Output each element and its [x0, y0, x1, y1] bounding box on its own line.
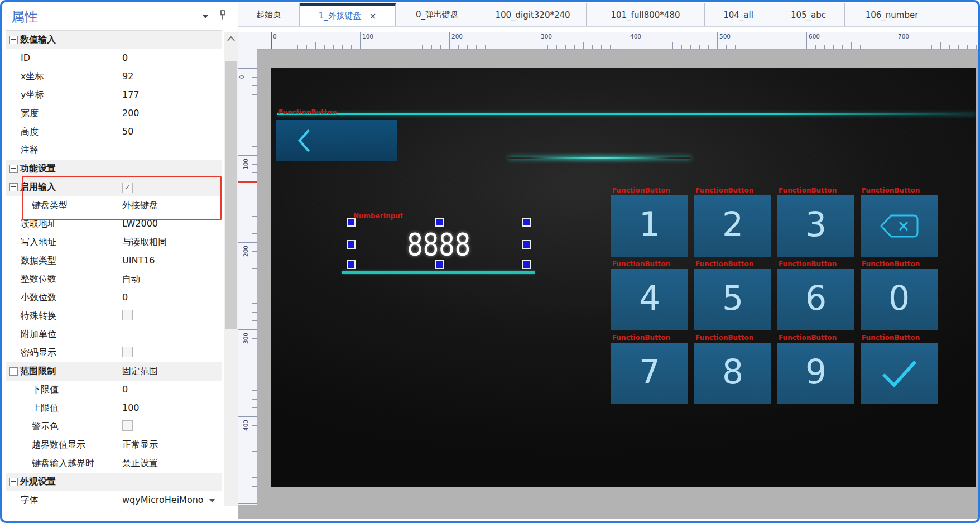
property-value[interactable]: 固定范围 — [122, 366, 158, 377]
keypad-button-0[interactable]: FunctionButton0 — [861, 269, 938, 330]
selection-handle[interactable] — [522, 218, 531, 227]
property-value[interactable] — [122, 421, 133, 433]
keypad-button-2[interactable]: FunctionButton2 — [694, 195, 771, 257]
keypad-button-check-icon[interactable]: FunctionButton — [861, 343, 938, 404]
property-value[interactable]: 自动 — [122, 274, 140, 285]
property-row-24[interactable]: 外观设置 — [6, 473, 222, 492]
back-button[interactable] — [276, 120, 397, 161]
checkbox-unchecked[interactable] — [122, 420, 133, 431]
tab-100_digit320*240[interactable]: 100_digit320*240 — [479, 3, 587, 26]
checkbox-unchecked[interactable] — [122, 310, 133, 320]
property-value[interactable]: 100 — [122, 402, 140, 413]
ruler-tick — [238, 329, 257, 330]
ruler-tick — [252, 407, 257, 408]
checkbox-unchecked[interactable] — [122, 347, 133, 357]
property-row-6[interactable]: 注释 — [6, 141, 222, 160]
property-row-17[interactable]: 密码显示 — [6, 344, 222, 363]
property-label: 外观设置 — [20, 476, 56, 488]
keypad-button-1[interactable]: FunctionButton1 — [611, 195, 688, 257]
keypad-button-9[interactable]: FunctionButton9 — [777, 343, 854, 404]
property-row-12[interactable]: 数据类型UINT16 — [6, 252, 222, 271]
properties-scrollbar[interactable] — [224, 32, 238, 506]
keypad-button-5[interactable]: FunctionButton5 — [694, 269, 771, 330]
property-value[interactable]: ✓ — [122, 181, 133, 193]
tab-101_full800*480[interactable]: 101_full800*480 — [587, 3, 705, 26]
property-row-20[interactable]: 上限值100 — [6, 399, 222, 418]
scrollbar-thumb[interactable] — [225, 61, 237, 329]
property-row-5[interactable]: 高度50 — [6, 123, 222, 142]
property-row-19[interactable]: 下限值0 — [6, 381, 222, 400]
property-value[interactable]: 177 — [122, 89, 140, 100]
collapse-icon[interactable] — [9, 183, 18, 191]
tab-106_number[interactable]: 106_number — [845, 3, 939, 26]
tab-0_弹出键盘[interactable]: 0_弹出键盘 — [396, 3, 479, 26]
property-row-8[interactable]: 启用输入✓ — [6, 178, 222, 197]
property-row-4[interactable]: 宽度200 — [6, 104, 222, 123]
property-row-0[interactable]: 数值输入 — [6, 31, 222, 50]
dropdown-arrow-icon[interactable] — [209, 499, 215, 502]
cursor-marker — [238, 181, 257, 183]
property-row-13[interactable]: 整数位数自动 — [6, 270, 222, 289]
property-value[interactable]: 0 — [122, 292, 128, 303]
property-value[interactable]: 禁止设置 — [122, 458, 158, 469]
property-value[interactable] — [122, 347, 133, 359]
checkbox-checked[interactable]: ✓ — [122, 183, 133, 193]
ruler-tick — [289, 45, 289, 49]
scroll-up-arrow-icon[interactable] — [224, 32, 238, 45]
property-row-9[interactable]: 键盘类型外接键盘 — [6, 196, 222, 215]
design-canvas[interactable]: FunctionButton NumberInput 8888 — [271, 68, 976, 487]
property-value[interactable]: 外接键盘 — [122, 200, 158, 212]
property-label: 启用输入 — [20, 181, 56, 193]
property-value[interactable]: UINT16 — [122, 255, 155, 266]
property-row-16[interactable]: 附加单位 — [6, 325, 222, 344]
property-row-14[interactable]: 小数位数0 — [6, 289, 222, 308]
ruler-tick — [252, 146, 257, 147]
property-row-10[interactable]: 读取地址LW2000 — [6, 215, 222, 234]
property-value[interactable]: 200 — [122, 108, 140, 118]
property-row-3[interactable]: y坐标177 — [6, 86, 222, 105]
property-row-21[interactable]: 警示色 — [6, 418, 222, 436]
panel-menu-caret-icon[interactable] — [202, 15, 209, 18]
tab-起始页[interactable]: 起始页 — [238, 3, 300, 26]
selection-handle[interactable] — [435, 218, 444, 227]
property-row-18[interactable]: 范围限制固定范围 — [6, 362, 222, 381]
keypad-button-7[interactable]: FunctionButton7 — [611, 343, 688, 404]
property-value[interactable]: 0 — [122, 52, 128, 63]
property-row-11[interactable]: 写入地址与读取相同 — [6, 233, 222, 252]
ruler-tick — [405, 42, 405, 49]
collapse-icon[interactable] — [9, 367, 18, 376]
property-value[interactable]: 0 — [122, 384, 128, 395]
property-value[interactable]: 与读取相同 — [122, 237, 167, 248]
property-value[interactable]: 92 — [122, 71, 133, 81]
tab-105_abc[interactable]: 105_abc — [772, 3, 845, 26]
keypad-button-backspace-icon[interactable]: FunctionButton — [861, 195, 938, 257]
keypad-button-8[interactable]: FunctionButton8 — [694, 343, 771, 404]
property-value[interactable]: 正常显示 — [122, 439, 158, 451]
keypad-button-3[interactable]: FunctionButton3 — [777, 195, 854, 257]
keypad-button-6[interactable]: FunctionButton6 — [777, 269, 854, 330]
property-row-25[interactable]: 字体wqyMicroHeiMono — [6, 491, 222, 510]
property-value[interactable]: LW2000 — [122, 218, 158, 229]
keypad-button-4[interactable]: FunctionButton4 — [611, 269, 688, 330]
property-row-2[interactable]: x坐标92 — [6, 68, 222, 87]
ruler-tick — [252, 94, 257, 95]
collapse-icon[interactable] — [9, 478, 18, 486]
collapse-icon[interactable] — [9, 36, 18, 44]
property-value[interactable]: wqyMicroHeiMono — [122, 495, 215, 505]
auto-hide-pin-icon[interactable] — [219, 10, 227, 22]
ruler-tick — [396, 45, 396, 49]
keypad-digit-label: 6 — [777, 279, 854, 318]
property-row-23[interactable]: 键盘输入越界时禁止设置 — [6, 454, 222, 473]
property-value[interactable]: 50 — [122, 126, 133, 137]
property-row-1[interactable]: ID0 — [6, 49, 222, 68]
function-button-tag: FunctionButton — [862, 260, 920, 268]
close-tab-icon[interactable]: × — [369, 11, 377, 21]
collapse-icon[interactable] — [9, 165, 18, 173]
number-input-widget[interactable]: 8888 — [350, 222, 527, 265]
property-row-15[interactable]: 特殊转换 — [6, 307, 222, 326]
property-row-7[interactable]: 功能设置 — [6, 160, 222, 179]
tab-104_all[interactable]: 104_all — [705, 3, 772, 26]
property-value[interactable] — [122, 310, 133, 323]
property-row-22[interactable]: 越界数值显示正常显示 — [6, 436, 222, 455]
tab-1_外接键盘[interactable]: 1_外接键盘× — [300, 3, 396, 26]
